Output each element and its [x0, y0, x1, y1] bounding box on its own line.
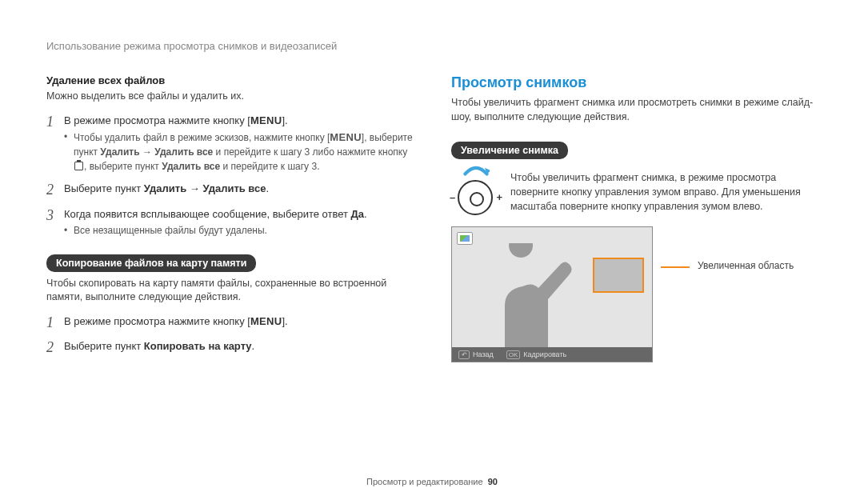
menu-token: MENU: [330, 131, 361, 143]
text: Выберите пункт: [64, 340, 144, 352]
step-body: Выберите пункт Удалить → Удалить все.: [64, 182, 413, 199]
step-body: В режиме просмотра нажмите кнопку [MENU]…: [64, 114, 413, 174]
delete-all-heading: Удаление всех файлов: [46, 74, 413, 86]
bold-text: Удалить → Удалить все: [144, 182, 266, 194]
text: и перейдите к шагу 3.: [220, 161, 319, 172]
footer-section: Просмотр и редактирование: [366, 477, 483, 486]
copy-intro: Чтобы скопировать на карту памяти файлы,…: [46, 277, 413, 305]
step-number: 1: [46, 114, 64, 174]
rotate-arrow-icon: [462, 164, 490, 178]
minus-icon: –: [450, 191, 455, 203]
bold-text: Удалить → Удалить все: [100, 146, 213, 158]
step-number: 2: [46, 339, 64, 357]
copy-step-2: 2 Выберите пункт Копировать на карту.: [46, 339, 413, 357]
camera-preview: ↶ Назад OK Кадрировать: [451, 226, 653, 362]
callout-line: [661, 266, 690, 268]
step-number: 2: [46, 182, 64, 199]
right-column: Просмотр снимков Чтобы увеличить фрагмен…: [451, 74, 818, 365]
step-body: Когда появится всплывающее сообщение, вы…: [64, 207, 413, 238]
left-column: Удаление всех файлов Можно выделить все …: [46, 74, 413, 365]
zoom-figure-row: – + Чтобы увеличить фрагмент снимка, в р…: [451, 167, 818, 217]
ok-key-label: Кадрировать: [523, 350, 566, 358]
sub-bullet: Чтобы удалить файл в режиме эскизов, наж…: [64, 130, 413, 174]
preview-toolbar: ↶ Назад OK Кадрировать: [452, 347, 652, 362]
zoom-region-thumbnail: [593, 258, 644, 293]
text: Выберите пункт: [64, 182, 144, 194]
silhouette-figure: [473, 243, 585, 347]
text: В режиме просмотра нажмите кнопку [: [64, 114, 250, 126]
zoom-dial-figure: – +: [451, 167, 499, 217]
bold-text: Удалить все: [162, 161, 220, 172]
text: Когда появится всплывающее сообщение, вы…: [64, 208, 351, 220]
ok-key: OK Кадрировать: [506, 350, 566, 359]
back-key-icon: ↶: [458, 350, 470, 359]
text: , выберите пункт: [84, 161, 162, 172]
menu-token: MENU: [250, 114, 282, 126]
ok-key-icon: OK: [506, 350, 521, 359]
photo-badge-icon: [457, 232, 473, 245]
delete-step-2: 2 Выберите пункт Удалить → Удалить все.: [46, 182, 413, 199]
sub-bullet: Все незащищенные файлы будут удалены.: [64, 224, 413, 238]
step-body: В режиме просмотра нажмите кнопку [MENU]…: [64, 314, 413, 332]
page-footer: Просмотр и редактирование 90: [0, 477, 864, 486]
delete-step-3: 3 Когда появится всплывающее сообщение, …: [46, 207, 413, 238]
text: ].: [282, 315, 287, 327]
bold-text: Да: [351, 208, 365, 220]
text: .: [252, 340, 255, 352]
plus-icon: +: [496, 191, 502, 203]
callout-label: Увеличенная область: [698, 260, 794, 271]
step-number: 3: [46, 207, 64, 238]
bold-text: Копировать на карту: [144, 340, 252, 352]
text: Чтобы удалить файл в режиме эскизов, наж…: [74, 132, 330, 143]
zoom-pill: Увеличение снимка: [451, 142, 568, 159]
step-number: 1: [46, 314, 64, 332]
zoom-description: Чтобы увеличить фрагмент снимка, в режим…: [510, 170, 818, 214]
text: В режиме просмотра нажмите кнопку [: [64, 315, 250, 327]
back-key-label: Назад: [473, 350, 494, 358]
menu-token: MENU: [250, 315, 282, 327]
breadcrumb: Использование режима просмотра снимков и…: [46, 40, 818, 52]
delete-steps: 1 В режиме просмотра нажмите кнопку [MEN…: [46, 114, 413, 238]
viewing-intro: Чтобы увеличить фрагмент снимка или прос…: [451, 96, 818, 124]
text: и перейдите к шагу 3 либо нажмите кнопку: [213, 146, 407, 158]
trash-icon: [74, 162, 83, 170]
copy-steps: 1 В режиме просмотра нажмите кнопку [MEN…: [46, 314, 413, 357]
text: ].: [282, 114, 287, 126]
delete-step-1: 1 В режиме просмотра нажмите кнопку [MEN…: [46, 114, 413, 174]
back-key: ↶ Назад: [458, 350, 494, 359]
text: .: [266, 182, 270, 194]
text: .: [364, 208, 367, 220]
copy-pill: Копирование файлов на карту памяти: [46, 254, 256, 272]
dial-icon: [458, 180, 493, 215]
viewing-heading: Просмотр снимков: [451, 74, 818, 91]
delete-all-intro: Можно выделить все файлы и удалить их.: [46, 90, 413, 104]
preview-row: ↶ Назад OK Кадрировать Увеличенная облас…: [451, 226, 818, 362]
step-body: Выберите пункт Копировать на карту.: [64, 339, 413, 357]
copy-step-1: 1 В режиме просмотра нажмите кнопку [MEN…: [46, 314, 413, 332]
two-column-layout: Удаление всех файлов Можно выделить все …: [46, 74, 818, 365]
page-number: 90: [488, 477, 498, 486]
